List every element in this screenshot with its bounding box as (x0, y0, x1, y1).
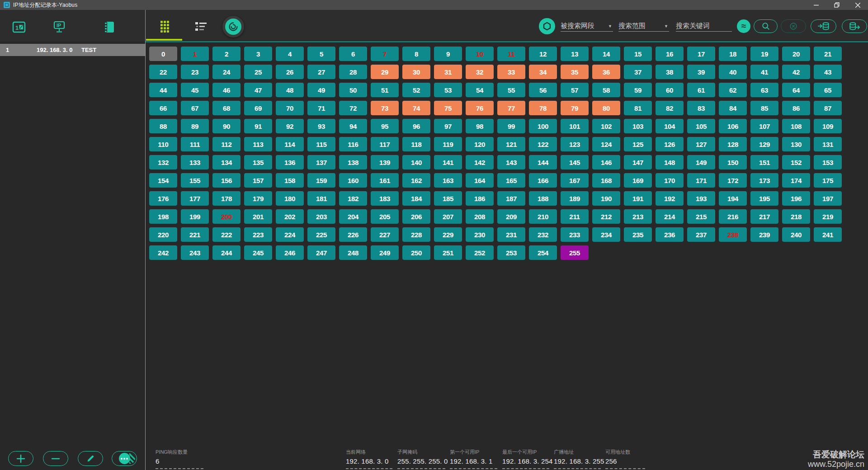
ip-cell-90[interactable]: 90 (212, 119, 241, 133)
ip-cell-221[interactable]: 221 (181, 227, 209, 242)
ip-cell-99[interactable]: 99 (497, 119, 525, 133)
ip-cell-115[interactable]: 115 (307, 137, 335, 151)
ip-cell-75[interactable]: 75 (434, 101, 462, 115)
ip-cell-138[interactable]: 138 (339, 155, 367, 169)
ip-cell-40[interactable]: 40 (719, 65, 747, 79)
ip-cell-199[interactable]: 199 (181, 209, 209, 224)
ip-cell-136[interactable]: 136 (276, 155, 304, 169)
ip-cell-88[interactable]: 88 (149, 119, 177, 133)
ip-cell-101[interactable]: 101 (561, 119, 589, 133)
ip-cell-134[interactable]: 134 (212, 155, 241, 169)
ip-address-icon[interactable]: IP (52, 20, 66, 36)
ip-cell-166[interactable]: 166 (529, 173, 557, 188)
ip-cell-30[interactable]: 30 (402, 65, 430, 79)
ip-cell-69[interactable]: 69 (244, 101, 272, 115)
ip-cell-51[interactable]: 51 (371, 83, 399, 97)
ip-cell-230[interactable]: 230 (466, 227, 494, 242)
ip-cell-79[interactable]: 79 (561, 101, 589, 115)
ip-cell-26[interactable]: 26 (276, 65, 304, 79)
ip-cell-108[interactable]: 108 (782, 119, 810, 133)
ip-cell-31[interactable]: 31 (434, 65, 462, 79)
ip-cell-44[interactable]: 44 (149, 83, 177, 97)
ip-cell-151[interactable]: 151 (750, 155, 778, 169)
ip-cell-182[interactable]: 182 (339, 191, 367, 206)
ip-cell-196[interactable]: 196 (782, 191, 810, 206)
ip-cell-244[interactable]: 244 (212, 245, 241, 260)
ip-cell-188[interactable]: 188 (529, 191, 557, 206)
ip-cell-177[interactable]: 177 (181, 191, 209, 206)
ip-cell-100[interactable]: 100 (529, 119, 557, 133)
ip-cell-150[interactable]: 150 (719, 155, 747, 169)
ip-cell-112[interactable]: 112 (212, 137, 241, 151)
ip-cell-11[interactable]: 11 (497, 47, 525, 61)
ip-cell-149[interactable]: 149 (687, 155, 715, 169)
ip-cell-246[interactable]: 246 (276, 245, 304, 260)
ip-cell-251[interactable]: 251 (434, 245, 462, 260)
ip-cell-93[interactable]: 93 (307, 119, 335, 133)
ip-cell-205[interactable]: 205 (371, 209, 399, 224)
ip-cell-35[interactable]: 35 (561, 65, 589, 79)
ip-cell-7[interactable]: 7 (371, 47, 399, 61)
ip-cell-13[interactable]: 13 (561, 47, 589, 61)
ip-cell-194[interactable]: 194 (719, 191, 747, 206)
ip-cell-33[interactable]: 33 (497, 65, 525, 79)
ip-cell-12[interactable]: 12 (529, 47, 557, 61)
ip-cell-200[interactable]: 200 (212, 209, 241, 224)
ip-cell-56[interactable]: 56 (529, 83, 557, 97)
ip-cell-231[interactable]: 231 (497, 227, 525, 242)
ip-cell-117[interactable]: 117 (371, 137, 399, 151)
ip-cell-19[interactable]: 19 (750, 47, 778, 61)
ip-cell-3[interactable]: 3 (244, 47, 272, 61)
ip-cell-80[interactable]: 80 (592, 101, 620, 115)
ip-cell-198[interactable]: 198 (149, 209, 177, 224)
ip-cell-253[interactable]: 253 (497, 245, 525, 260)
restore-button[interactable] (826, 0, 847, 10)
ip-cell-37[interactable]: 37 (624, 65, 652, 79)
ip-cell-141[interactable]: 141 (434, 155, 462, 169)
ip-cell-110[interactable]: 110 (149, 137, 177, 151)
ip-cell-146[interactable]: 146 (592, 155, 620, 169)
ip-cell-239[interactable]: 239 (750, 227, 778, 242)
ip-cell-50[interactable]: 50 (339, 83, 367, 97)
ip-cell-104[interactable]: 104 (656, 119, 684, 133)
ip-cell-74[interactable]: 74 (402, 101, 430, 115)
ip-cell-139[interactable]: 139 (371, 155, 399, 169)
ip-cell-255[interactable]: 255 (561, 245, 589, 260)
ip-cell-116[interactable]: 116 (339, 137, 367, 151)
ip-cell-157[interactable]: 157 (244, 173, 272, 188)
ip-cell-119[interactable]: 119 (434, 137, 462, 151)
ip-cell-192[interactable]: 192 (656, 191, 684, 206)
ip-cell-203[interactable]: 203 (307, 209, 335, 224)
ip-cell-118[interactable]: 118 (402, 137, 430, 151)
ip-cell-107[interactable]: 107 (750, 119, 778, 133)
ip-cell-42[interactable]: 42 (782, 65, 810, 79)
ip-cell-125[interactable]: 125 (624, 137, 652, 151)
ip-cell-143[interactable]: 143 (497, 155, 525, 169)
ip-cell-165[interactable]: 165 (497, 173, 525, 188)
ip-cell-224[interactable]: 224 (276, 227, 304, 242)
ip-cell-242[interactable]: 242 (149, 245, 177, 260)
ip-cell-57[interactable]: 57 (561, 83, 589, 97)
ip-cell-245[interactable]: 245 (244, 245, 272, 260)
ip-cell-120[interactable]: 120 (466, 137, 494, 151)
ip-cell-191[interactable]: 191 (624, 191, 652, 206)
ip-cell-36[interactable]: 36 (592, 65, 620, 79)
ip-cell-94[interactable]: 94 (339, 119, 367, 133)
ip-cell-152[interactable]: 152 (782, 155, 810, 169)
ip-cell-170[interactable]: 170 (656, 173, 684, 188)
ip-cell-127[interactable]: 127 (687, 137, 715, 151)
ip-cell-121[interactable]: 121 (497, 137, 525, 151)
ip-cell-132[interactable]: 132 (149, 155, 177, 169)
import-data-button[interactable] (811, 19, 836, 33)
ip-cell-147[interactable]: 147 (624, 155, 652, 169)
ip-cell-105[interactable]: 105 (687, 119, 715, 133)
ip-cell-201[interactable]: 201 (244, 209, 272, 224)
ip-cell-86[interactable]: 86 (782, 101, 810, 115)
ip-cell-82[interactable]: 82 (656, 101, 684, 115)
ip-cell-189[interactable]: 189 (561, 191, 589, 206)
ip-cell-84[interactable]: 84 (719, 101, 747, 115)
ip-cell-145[interactable]: 145 (561, 155, 589, 169)
ip-cell-172[interactable]: 172 (719, 173, 747, 188)
ip-cell-225[interactable]: 225 (307, 227, 335, 242)
ip-cell-197[interactable]: 197 (814, 191, 842, 206)
